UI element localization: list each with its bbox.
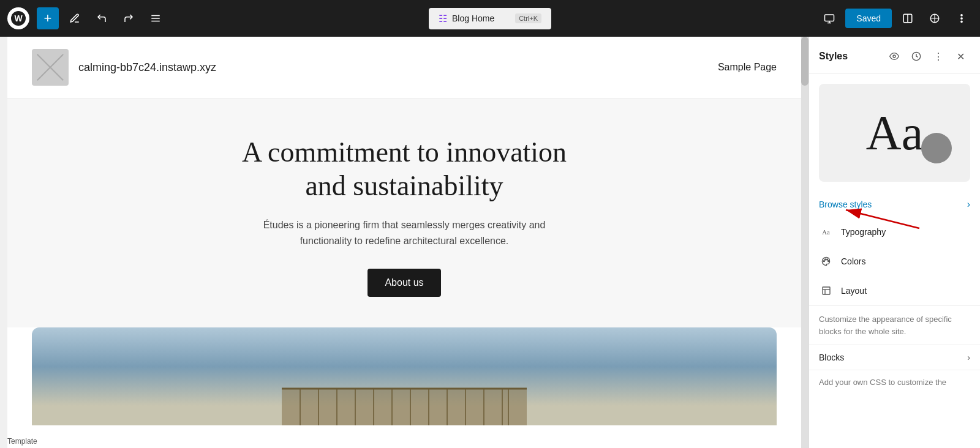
site-logo [32, 49, 69, 86]
panel-body: Browse styles › Aa Typogra [809, 192, 980, 448]
hero-subtitle: Études is a pioneering firm that seamles… [239, 217, 570, 248]
shortcut-badge: Ctrl+K [515, 13, 541, 23]
layout-label: Layout [841, 286, 867, 296]
blog-home-label: Blog Home [452, 13, 494, 23]
layout-toggle-button[interactable] [897, 7, 919, 29]
colors-item[interactable]: Colors [809, 247, 980, 276]
status-label: Template [7, 437, 37, 446]
panel-header-icons: ⋮ ✕ [884, 47, 970, 66]
theme-toggle-button[interactable] [924, 7, 946, 29]
site-header: calming-bb7c24.instawp.xyz Sample Page [7, 37, 801, 99]
add-block-button[interactable]: + [37, 7, 59, 29]
scrollbar-thumb[interactable] [801, 37, 809, 86]
hero-title: A commitment to innovation and sustainab… [221, 135, 588, 203]
blog-home-section: ☷ Blog Home Ctrl+K [429, 8, 551, 29]
svg-rect-35 [823, 287, 830, 294]
browse-styles-chevron: › [967, 199, 970, 210]
toolbar-right: Saved [818, 7, 973, 29]
styles-panel: Styles ⋮ ✕ Aa [809, 37, 980, 448]
browse-styles-label: Browse styles [819, 200, 967, 209]
status-bar: Template [0, 435, 45, 448]
device-preview-button[interactable] [818, 7, 840, 29]
wp-logo[interactable] [7, 7, 29, 29]
svg-rect-3 [825, 15, 834, 21]
layout-item[interactable]: Layout [809, 276, 980, 305]
preview-color-circle [921, 133, 952, 163]
svg-text:Aa: Aa [822, 229, 830, 236]
panel-history-button[interactable] [907, 47, 926, 66]
svg-point-33 [827, 259, 828, 260]
panel-header: Styles ⋮ ✕ [809, 37, 980, 74]
redo-button[interactable] [118, 7, 140, 29]
style-preview: Aa [819, 84, 970, 182]
browse-styles-row[interactable]: Browse styles › [809, 192, 980, 217]
list-view-button[interactable] [145, 7, 167, 29]
about-us-button[interactable]: About us [368, 269, 440, 297]
typography-icon: Aa [819, 225, 834, 239]
image-section [32, 327, 777, 425]
scrollbar[interactable] [801, 37, 809, 448]
panel-description: Customize the appearance of specific blo… [809, 305, 980, 345]
blocks-label: Blocks [819, 353, 967, 362]
hero-section: A commitment to innovation and sustainab… [7, 99, 801, 327]
site-nav[interactable]: Sample Page [718, 62, 777, 73]
svg-point-9 [961, 15, 962, 16]
svg-point-10 [961, 18, 962, 19]
colors-label: Colors [841, 256, 865, 266]
svg-point-34 [828, 261, 829, 262]
svg-point-27 [893, 55, 895, 58]
undo-button[interactable] [91, 7, 113, 29]
blocks-row[interactable]: Blocks › [809, 345, 980, 370]
layout-icon [819, 283, 834, 298]
colors-icon [819, 254, 834, 269]
canvas-area: calming-bb7c24.instawp.xyz Sample Page A… [0, 37, 809, 448]
site-preview: calming-bb7c24.instawp.xyz Sample Page A… [7, 37, 801, 448]
typography-label: Typography [841, 227, 886, 237]
more-options-button[interactable] [951, 7, 973, 29]
blog-home-button[interactable]: ☷ Blog Home Ctrl+K [429, 8, 551, 29]
blog-home-left: ☷ Blog Home [439, 13, 494, 24]
building-svg [251, 376, 557, 425]
site-domain: calming-bb7c24.instawp.xyz [78, 61, 216, 74]
panel-add-css: Add your own CSS to customize the [809, 370, 980, 394]
svg-point-31 [823, 261, 824, 262]
saved-button[interactable]: Saved [845, 9, 892, 28]
svg-point-11 [961, 21, 962, 22]
preview-aa-text: Aa [866, 105, 923, 161]
main-layout: calming-bb7c24.instawp.xyz Sample Page A… [0, 37, 980, 448]
blocks-chevron: › [967, 353, 970, 362]
panel-close-button[interactable]: ✕ [951, 47, 970, 66]
toolbar: + ☷ Blog Home Ctrl+K [0, 0, 980, 37]
wp-logo-icon [11, 11, 26, 26]
panel-eye-button[interactable] [884, 47, 904, 66]
typography-item[interactable]: Aa Typography [809, 217, 980, 247]
panel-more-button[interactable]: ⋮ [929, 47, 948, 66]
pen-tool-button[interactable] [64, 7, 86, 29]
svg-point-32 [824, 259, 826, 260]
page-icon: ☷ [439, 13, 447, 24]
panel-title: Styles [819, 51, 884, 62]
